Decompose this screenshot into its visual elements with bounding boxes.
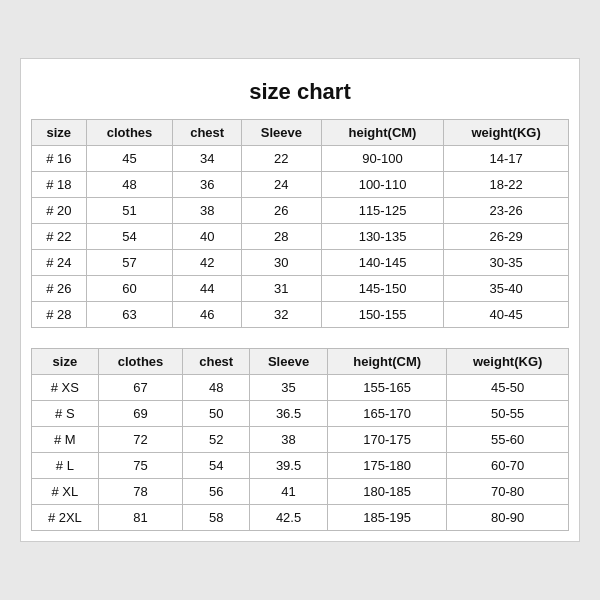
table-cell: 32 — [241, 302, 321, 328]
table-cell: 80-90 — [447, 505, 569, 531]
table2-col-header: clothes — [98, 349, 183, 375]
table-cell: 46 — [173, 302, 241, 328]
table1-col-header: Sleeve — [241, 120, 321, 146]
table-cell: 185-195 — [328, 505, 447, 531]
table-cell: 22 — [241, 146, 321, 172]
table-row: # 26604431145-15035-40 — [32, 276, 569, 302]
table-row: # 2XL815842.5185-19580-90 — [32, 505, 569, 531]
table-cell: 41 — [250, 479, 328, 505]
table2-body: # XS674835155-16545-50# S695036.5165-170… — [32, 375, 569, 531]
table-cell: 70-80 — [447, 479, 569, 505]
table-cell: 140-145 — [321, 250, 443, 276]
table1-header: sizeclotheschestSleeveheight(CM)weight(K… — [32, 120, 569, 146]
table-row: # S695036.5165-17050-55 — [32, 401, 569, 427]
table-cell: 24 — [241, 172, 321, 198]
table2-header-row: sizeclotheschestSleeveheight(CM)weight(K… — [32, 349, 569, 375]
table-cell: 40 — [173, 224, 241, 250]
table-cell: # 26 — [32, 276, 87, 302]
table-cell: # 22 — [32, 224, 87, 250]
table2-col-header: height(CM) — [328, 349, 447, 375]
table-cell: 150-155 — [321, 302, 443, 328]
table-cell: 48 — [86, 172, 173, 198]
table-cell: 72 — [98, 427, 183, 453]
table-cell: 45 — [86, 146, 173, 172]
table-cell: 57 — [86, 250, 173, 276]
table-cell: 36.5 — [250, 401, 328, 427]
table1-col-header: weight(KG) — [444, 120, 569, 146]
table-cell: 58 — [183, 505, 250, 531]
table-cell: # L — [32, 453, 99, 479]
table-cell: 81 — [98, 505, 183, 531]
table-cell: 90-100 — [321, 146, 443, 172]
table-row: # XL785641180-18570-80 — [32, 479, 569, 505]
table-cell: 36 — [173, 172, 241, 198]
table-cell: 115-125 — [321, 198, 443, 224]
table-cell: 50-55 — [447, 401, 569, 427]
table-cell: # 28 — [32, 302, 87, 328]
table-cell: 54 — [86, 224, 173, 250]
table-row: # M725238170-17555-60 — [32, 427, 569, 453]
table-cell: 52 — [183, 427, 250, 453]
table-cell: 30-35 — [444, 250, 569, 276]
table-cell: 63 — [86, 302, 173, 328]
table-cell: 170-175 — [328, 427, 447, 453]
table-row: # 22544028130-13526-29 — [32, 224, 569, 250]
table-cell: # 24 — [32, 250, 87, 276]
table-row: # XS674835155-16545-50 — [32, 375, 569, 401]
table-cell: 14-17 — [444, 146, 569, 172]
table1-col-header: height(CM) — [321, 120, 443, 146]
table-row: # 18483624100-11018-22 — [32, 172, 569, 198]
table-cell: 42.5 — [250, 505, 328, 531]
table2-col-header: weight(KG) — [447, 349, 569, 375]
table-cell: 78 — [98, 479, 183, 505]
table-cell: 35-40 — [444, 276, 569, 302]
table-cell: 100-110 — [321, 172, 443, 198]
table-cell: 40-45 — [444, 302, 569, 328]
table-cell: 51 — [86, 198, 173, 224]
table-cell: 38 — [173, 198, 241, 224]
table-cell: 18-22 — [444, 172, 569, 198]
table-cell: 145-150 — [321, 276, 443, 302]
size-chart-card: size chart sizeclotheschestSleeveheight(… — [20, 58, 580, 542]
table-cell: 67 — [98, 375, 183, 401]
table-cell: # XS — [32, 375, 99, 401]
table-cell: 26-29 — [444, 224, 569, 250]
table-cell: 54 — [183, 453, 250, 479]
table-row: # L755439.5175-18060-70 — [32, 453, 569, 479]
table-cell: 175-180 — [328, 453, 447, 479]
table-cell: 180-185 — [328, 479, 447, 505]
table-cell: 42 — [173, 250, 241, 276]
table1-header-row: sizeclotheschestSleeveheight(CM)weight(K… — [32, 120, 569, 146]
chart-title: size chart — [31, 69, 569, 119]
table-cell: 28 — [241, 224, 321, 250]
table-cell: 31 — [241, 276, 321, 302]
table-cell: 55-60 — [447, 427, 569, 453]
table1-col-header: size — [32, 120, 87, 146]
size-table-1: sizeclotheschestSleeveheight(CM)weight(K… — [31, 119, 569, 328]
table-cell: 45-50 — [447, 375, 569, 401]
table-cell: # 20 — [32, 198, 87, 224]
size-table-2: sizeclotheschestSleeveheight(CM)weight(K… — [31, 348, 569, 531]
table-row: # 24574230140-14530-35 — [32, 250, 569, 276]
table1-col-header: clothes — [86, 120, 173, 146]
table-cell: 56 — [183, 479, 250, 505]
table-cell: 23-26 — [444, 198, 569, 224]
table-cell: 34 — [173, 146, 241, 172]
table-cell: # 16 — [32, 146, 87, 172]
table-cell: 35 — [250, 375, 328, 401]
table-row: # 28634632150-15540-45 — [32, 302, 569, 328]
table-cell: 50 — [183, 401, 250, 427]
table-cell: 38 — [250, 427, 328, 453]
table1-col-header: chest — [173, 120, 241, 146]
table1-body: # 1645342290-10014-17# 18483624100-11018… — [32, 146, 569, 328]
table2-header: sizeclotheschestSleeveheight(CM)weight(K… — [32, 349, 569, 375]
table2-col-header: size — [32, 349, 99, 375]
table2-col-header: Sleeve — [250, 349, 328, 375]
table-cell: 39.5 — [250, 453, 328, 479]
table-cell: 69 — [98, 401, 183, 427]
table-row: # 20513826115-12523-26 — [32, 198, 569, 224]
table-cell: 48 — [183, 375, 250, 401]
table-cell: 44 — [173, 276, 241, 302]
table-cell: # S — [32, 401, 99, 427]
table-cell: # 18 — [32, 172, 87, 198]
